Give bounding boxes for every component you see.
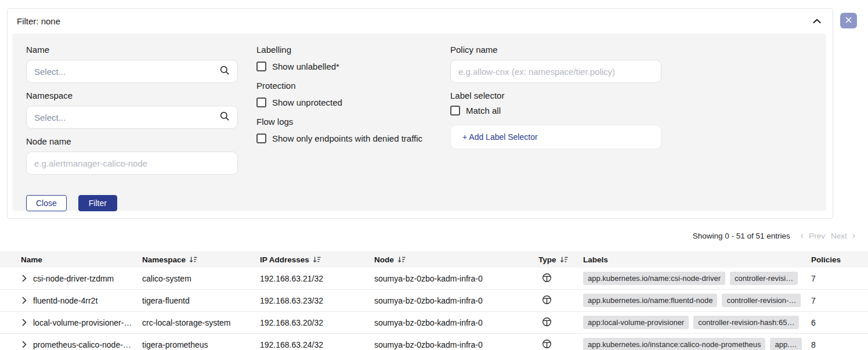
endpoints-table: Name Namespace IP Addresses Node Type — [0, 251, 868, 350]
column-header-name[interactable]: Name — [0, 255, 142, 264]
denied-traffic-label: Show only endpoints with denied traffic — [272, 133, 422, 143]
endpoint-ip: 192.168.63.21/32 — [260, 274, 374, 283]
endpoint-name: fluentd-node-4rr2t — [33, 296, 97, 305]
show-unprotected-label: Show unprotected — [272, 98, 342, 107]
name-select[interactable]: Select... — [26, 60, 238, 83]
label-chip: app.kubernetes.io/name:csi-node-driver — [583, 272, 725, 285]
endpoint-namespace: tigera-fluentd — [142, 296, 260, 305]
endpoint-policies-count: 7 — [811, 274, 868, 283]
column-header-node[interactable]: Node — [374, 255, 538, 264]
protection-heading: Protection — [256, 81, 436, 91]
table-row[interactable]: local-volume-provisioner-… crc-local-sto… — [0, 312, 868, 334]
show-unlabelled-label: Show unlabelled* — [272, 62, 339, 71]
endpoint-name: local-volume-provisioner-… — [33, 318, 132, 327]
pod-icon — [542, 339, 552, 350]
pod-icon — [542, 295, 552, 306]
namespace-field-label: Namespace — [26, 91, 238, 100]
endpoint-namespace: crc-local-storage-system — [142, 318, 260, 327]
endpoint-ip: 192.168.63.20/32 — [260, 318, 374, 327]
labelling-heading: Labelling — [256, 45, 436, 55]
filter-card: Filter: none Name Select... Namespace Se… — [7, 8, 833, 219]
collapse-button[interactable] — [813, 17, 821, 26]
endpoint-policies-count: 6 — [811, 318, 868, 327]
column-header-policies[interactable]: Policies — [811, 255, 868, 264]
endpoint-node: soumya-bz-0zbo-kadm-infra-0 — [374, 340, 538, 349]
column-header-type[interactable]: Type — [538, 255, 583, 264]
filter-panel-body: Name Select... Namespace Select... Node … — [12, 34, 826, 211]
pod-icon — [542, 317, 552, 329]
match-all-checkbox[interactable] — [450, 106, 460, 116]
filter-title: Filter: none — [17, 16, 60, 26]
namespace-select[interactable]: Select... — [26, 106, 238, 129]
endpoint-policies-count: 7 — [811, 296, 868, 305]
pagination-summary: Showing 0 - 51 of 51 entries — [693, 232, 790, 240]
match-all-checkbox-row[interactable]: Match all — [450, 106, 661, 116]
next-page-icon[interactable]: › — [850, 231, 858, 240]
filter-column-middle: Labelling Show unlabelled* Protection Sh… — [256, 45, 436, 211]
label-chip: controller-revision-hash:65… — [693, 316, 799, 329]
pagination-nav: ‹ Prev Next › — [798, 231, 858, 240]
table-row[interactable]: prometheus-calico-node-… tigera-promethe… — [0, 334, 868, 350]
pod-icon — [542, 273, 552, 284]
endpoint-policies-count: 8 — [811, 340, 868, 349]
label-chip: controller-revisi… — [730, 272, 798, 285]
chevron-up-icon — [813, 17, 821, 26]
expand-row-icon[interactable] — [22, 297, 27, 304]
node-name-field-label: Node name — [26, 136, 238, 146]
expand-row-icon[interactable] — [22, 341, 27, 348]
label-selector-heading: Label selector — [450, 91, 661, 100]
sort-icon[interactable] — [313, 255, 321, 264]
name-select-placeholder: Select... — [34, 67, 66, 77]
column-header-ip-addresses[interactable]: IP Addresses — [260, 255, 374, 264]
name-field-label: Name — [26, 45, 238, 55]
namespace-select-placeholder: Select... — [34, 113, 66, 122]
column-header-labels[interactable]: Labels — [583, 255, 811, 264]
expand-row-icon[interactable] — [22, 275, 27, 282]
show-unlabelled-checkbox-row[interactable]: Show unlabelled* — [256, 62, 436, 71]
expand-row-icon[interactable] — [22, 319, 27, 326]
match-all-label: Match all — [466, 106, 501, 116]
endpoint-namespace: calico-system — [142, 274, 260, 283]
prev-page-button[interactable]: Prev — [809, 232, 825, 240]
filter-actions: Close Filter — [26, 195, 238, 211]
label-chip: app.kubernetes.io/name:fluentd-node — [583, 294, 717, 307]
next-page-button[interactable]: Next — [831, 232, 847, 240]
sort-icon[interactable] — [397, 255, 406, 264]
sort-icon[interactable] — [560, 255, 568, 264]
show-unlabelled-checkbox[interactable] — [256, 62, 266, 71]
filter-card-header: Filter: none — [8, 9, 833, 34]
policy-name-input[interactable] — [450, 60, 661, 83]
close-panel-button[interactable] — [840, 13, 857, 28]
node-name-input[interactable] — [26, 151, 238, 175]
filter-column-left: Name Select... Namespace Select... Node … — [26, 45, 238, 211]
policy-name-field-label: Policy name — [450, 45, 661, 55]
denied-traffic-checkbox-row[interactable]: Show only endpoints with denied traffic — [256, 133, 436, 143]
endpoint-node: soumya-bz-0zbo-kadm-infra-0 — [374, 274, 538, 283]
table-row[interactable]: csi-node-driver-tzdmm calico-system 192.… — [0, 268, 868, 290]
table-header-row: Name Namespace IP Addresses Node Type — [0, 251, 868, 268]
pagination: Showing 0 - 51 of 51 entries ‹ Prev Next… — [693, 231, 858, 240]
column-header-namespace[interactable]: Namespace — [142, 255, 260, 264]
close-icon — [845, 16, 852, 25]
add-label-selector-button[interactable]: + Add Label Selector — [450, 125, 661, 149]
denied-traffic-checkbox[interactable] — [256, 133, 266, 143]
filter-button[interactable]: Filter — [78, 195, 117, 211]
label-chip: app.kubernetes.io/instance:calico-node-p… — [583, 338, 765, 350]
show-unprotected-checkbox-row[interactable]: Show unprotected — [256, 98, 436, 107]
table-row[interactable]: fluentd-node-4rr2t tigera-fluentd 192.16… — [0, 290, 868, 312]
endpoint-namespace: tigera-prometheus — [142, 340, 260, 349]
endpoint-ip: 192.168.63.23/32 — [260, 296, 374, 305]
endpoint-ip: 192.168.63.24/32 — [260, 340, 374, 349]
sort-icon[interactable] — [189, 255, 197, 264]
label-chip: app:local-volume-provisioner — [583, 316, 689, 329]
close-button[interactable]: Close — [26, 195, 67, 211]
endpoint-name: prometheus-calico-node-… — [33, 340, 131, 349]
show-unprotected-checkbox[interactable] — [256, 98, 266, 107]
label-chip: controller-revision-… — [722, 294, 801, 307]
endpoint-name: csi-node-driver-tzdmm — [33, 274, 114, 283]
search-icon — [219, 65, 230, 78]
label-chip: app.… — [770, 338, 801, 350]
endpoint-node: soumya-bz-0zbo-kadm-infra-0 — [374, 296, 538, 305]
search-icon — [219, 111, 230, 124]
prev-page-icon[interactable]: ‹ — [798, 231, 806, 240]
